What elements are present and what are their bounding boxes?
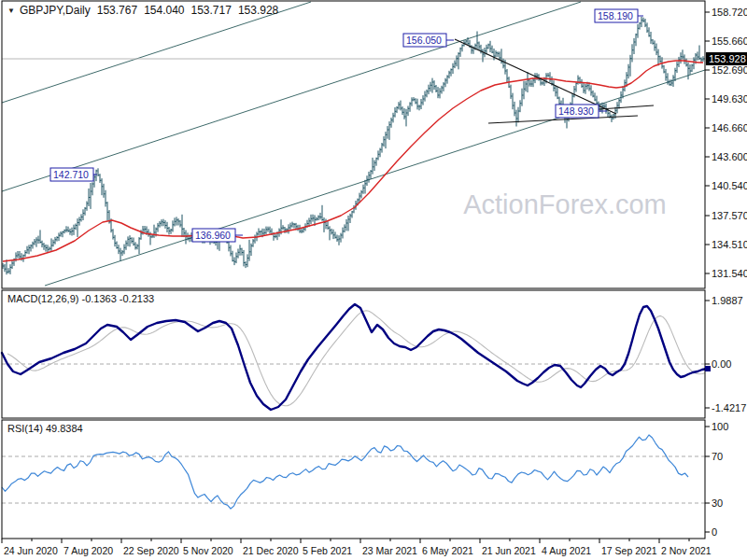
date-label: 5 Feb 2021 xyxy=(303,545,352,556)
panel-border xyxy=(2,420,705,539)
date-label: 6 May 2021 xyxy=(422,545,473,556)
chart-canvas: 158.190156.050142.710136.960148.930158.7… xyxy=(0,0,747,560)
rsi-indicator-label: RSI(14) 49.8384 xyxy=(7,423,83,434)
trading-chart-window: ActionForex.com ▼GBPJPY,Daily153.767154.… xyxy=(0,0,747,560)
date-label: 7 Aug 2020 xyxy=(63,545,113,556)
price-axis-label: 137.570 xyxy=(712,210,747,221)
date-label: 22 Sep 2020 xyxy=(123,545,179,556)
annotation-label: 158.190 xyxy=(598,10,633,21)
date-label: 4 Aug 2021 xyxy=(542,545,591,556)
date-label: 17 Sep 2021 xyxy=(601,545,657,556)
date-label: 2 Nov 2021 xyxy=(661,545,712,556)
annotation-label: 148.930 xyxy=(558,105,594,117)
open-value: 153.767 xyxy=(97,4,137,17)
high-value: 154.040 xyxy=(144,4,184,17)
rsi-axis-label: 100 xyxy=(712,421,728,432)
date-label: 24 Jun 2020 xyxy=(4,545,58,556)
close-value: 153.928 xyxy=(238,4,278,17)
pattern-line xyxy=(455,39,616,114)
low-value: 153.717 xyxy=(191,4,232,17)
price-axis-label: 146.660 xyxy=(712,122,747,133)
rsi-axis-label: 0 xyxy=(712,526,717,538)
date-axis: 24 Jun 20207 Aug 202022 Sep 20205 Nov 20… xyxy=(2,539,712,556)
moving-average-line xyxy=(3,61,703,261)
annotation-label: 156.050 xyxy=(406,35,442,46)
symbol-dropdown-icon[interactable]: ▼ xyxy=(7,7,15,15)
macd-axis-label: 0.00 xyxy=(712,358,731,370)
macd-axis-label: -1.4217 xyxy=(712,402,746,413)
date-label: 21 Jun 2021 xyxy=(482,545,536,556)
price-axis-label: 143.600 xyxy=(712,151,747,162)
channel-trend-line xyxy=(45,70,705,286)
symbol-period-label: GBPJPY,Daily xyxy=(20,4,91,17)
date-label: 21 Dec 2020 xyxy=(243,545,299,556)
annotation-label: 142.710 xyxy=(53,169,89,180)
price-axis-label: 158.720 xyxy=(712,7,747,18)
rsi-axis-label: 70 xyxy=(712,451,723,462)
price-axis-label: 131.540 xyxy=(712,268,747,279)
rsi-line xyxy=(2,435,688,509)
date-label: 23 Mar 2021 xyxy=(362,545,417,556)
macd-panel: 1.98870.00-1.4217 xyxy=(2,290,746,418)
rsi-axis-label: 30 xyxy=(712,497,723,509)
rsi-panel: 10070300 xyxy=(2,420,728,539)
price-axis-label: 152.690 xyxy=(712,64,747,76)
price-axis-label: 155.660 xyxy=(712,35,747,47)
annotation-label: 136.960 xyxy=(195,230,231,241)
price-axis-label: 140.540 xyxy=(712,180,747,191)
macd-axis-label: 1.9887 xyxy=(712,295,743,306)
panel-border xyxy=(2,1,705,288)
close-tick-path xyxy=(3,21,705,273)
macd-current-marker xyxy=(705,366,711,371)
channel-trend-line xyxy=(2,2,581,191)
date-label: 5 Nov 2020 xyxy=(183,545,233,556)
macd-main-line xyxy=(2,304,707,410)
channel-trend-line xyxy=(2,2,311,103)
current-price-tag-label: 153.928 xyxy=(709,53,746,64)
candlestick-bars xyxy=(3,17,705,274)
macd-indicator-label: MACD(12,26,9) -0.1363 -0.2133 xyxy=(7,293,154,304)
price-axis-label: 134.510 xyxy=(712,239,747,250)
chart-title: ▼GBPJPY,Daily153.767154.040153.717153.92… xyxy=(7,4,278,17)
ohlc-bar-path xyxy=(3,17,703,274)
price-panel: 158.190156.050142.710136.960148.930158.7… xyxy=(2,1,747,288)
price-axis-label: 149.630 xyxy=(712,93,747,105)
panel-border xyxy=(2,290,705,418)
